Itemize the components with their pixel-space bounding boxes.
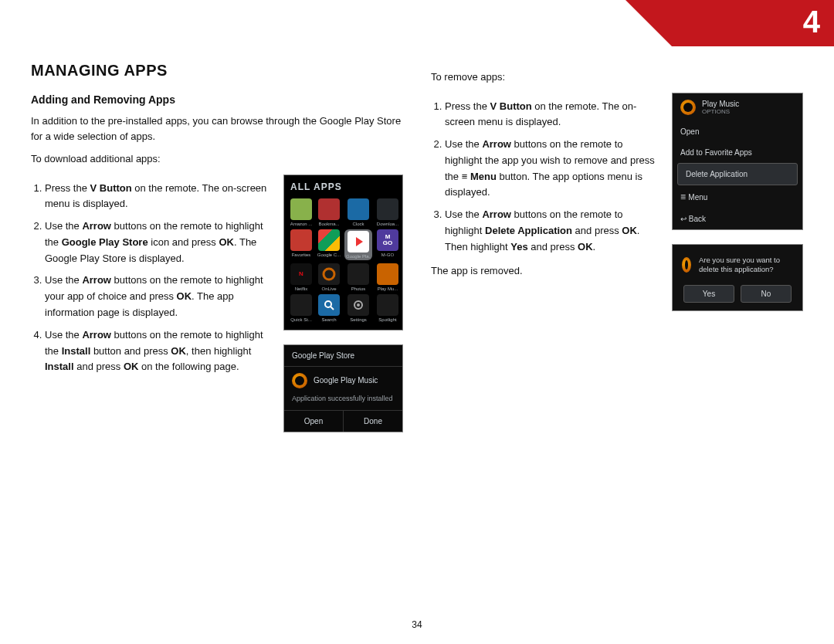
- install-app-name: Google Play Music: [314, 376, 378, 385]
- figure-all-apps: ALL APPS Amazon ... Bookma... Clock Down…: [283, 175, 403, 330]
- all-apps-title: ALL APPS: [284, 175, 402, 195]
- app-tile-favorites: Favorites: [289, 229, 314, 260]
- intro-text: In addition to the pre-installed apps, y…: [31, 114, 403, 144]
- confirm-yes-button: Yes: [683, 285, 734, 303]
- install-success-message: Application successfully installed: [284, 395, 402, 410]
- download-step-2: Use the Arrow buttons on the remote to h…: [45, 219, 273, 266]
- page-number: 34: [412, 619, 422, 630]
- app-tile-mgo: MGOM-GO: [375, 229, 400, 260]
- remove-step-2: Use the Arrow buttons on the remote to h…: [445, 137, 661, 201]
- option-back: Back: [673, 208, 802, 229]
- figure-confirm-delete: Are you sure you want to delete this app…: [672, 244, 803, 312]
- subsection-heading: Adding and Removing Apps: [31, 93, 403, 106]
- figure-options-menu: Play Music OPTIONS Open Add to Favorite …: [672, 93, 803, 230]
- install-done-button: Done: [343, 411, 402, 432]
- download-step-1: Press the V Button on the remote. The on…: [45, 181, 273, 213]
- install-open-button: Open: [284, 411, 343, 432]
- section-heading: MANAGING APPS: [31, 62, 403, 80]
- play-music-icon: [680, 100, 696, 115]
- app-tile-amazon: Amazon ...: [289, 198, 314, 226]
- download-step-3: Use the Arrow buttons on the remote to h…: [45, 273, 273, 320]
- remove-steps: Press the V Button on the remote. The on…: [445, 99, 661, 256]
- svg-line-3: [331, 307, 334, 310]
- remove-done-text: The app is removed.: [431, 263, 661, 279]
- remove-step-1: Press the V Button on the remote. The on…: [445, 99, 661, 131]
- chapter-number: 4: [803, 5, 820, 39]
- app-tile-bookmarks: Bookma...: [317, 198, 341, 226]
- option-add-favorite: Add to Favorite Apps: [673, 142, 802, 163]
- remove-step-3: Use the Arrow buttons on the remote to h…: [445, 207, 661, 255]
- download-steps: Press the V Button on the remote. The on…: [45, 181, 273, 376]
- install-dialog-header: Google Play Store: [284, 345, 402, 367]
- svg-point-5: [357, 303, 360, 307]
- chapter-corner: 4: [626, 0, 834, 46]
- app-tile-spotlight: Spotlight: [375, 294, 400, 322]
- options-subtitle: OPTIONS: [702, 108, 739, 115]
- app-tile-play-music: Play Mu...: [375, 263, 400, 291]
- play-music-icon: [292, 373, 307, 388]
- app-tile-clock: Clock: [344, 198, 372, 226]
- confirm-no-button: No: [741, 285, 792, 303]
- svg-point-2: [325, 301, 331, 307]
- play-music-icon: [682, 257, 691, 273]
- options-title: Play Music: [702, 100, 739, 108]
- app-tile-onlive: OnLive: [317, 263, 341, 291]
- option-open: Open: [673, 121, 802, 142]
- app-tile-photos: Photos: [344, 263, 372, 291]
- confirm-question: Are you sure you want to delete this app…: [699, 256, 793, 275]
- remove-lead: To remove apps:: [431, 69, 803, 85]
- option-menu: Menu: [673, 185, 802, 208]
- app-tile-play-store-highlighted: Google Pla...: [344, 229, 372, 260]
- figure-install-dialog: Google Play Store Google Play Music Appl…: [283, 344, 403, 432]
- download-lead: To download additional apps:: [31, 151, 403, 167]
- download-step-4: Use the Arrow buttons on the remote to h…: [45, 327, 273, 375]
- app-tile-netflix: NNetflix: [289, 263, 314, 291]
- svg-point-1: [324, 269, 334, 280]
- app-tile-settings: Settings: [344, 294, 372, 322]
- app-tile-quick-start: Quick St...: [289, 294, 314, 322]
- app-tile-downloads: Downloa...: [375, 198, 400, 226]
- app-tile-chrome: Google C...: [317, 229, 341, 260]
- option-delete-application-selected: Delete Application: [677, 163, 798, 185]
- app-tile-search: Search: [317, 294, 341, 322]
